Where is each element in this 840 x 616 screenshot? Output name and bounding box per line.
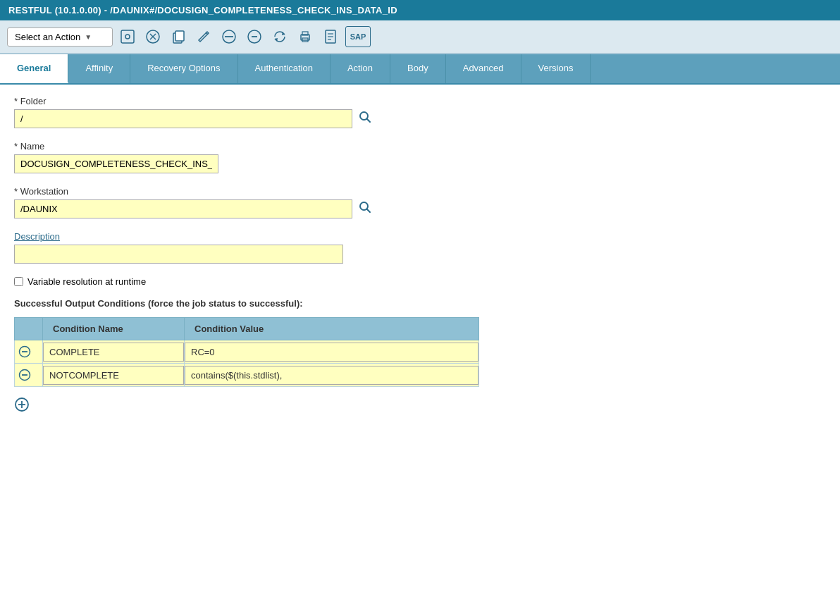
- header-title: RESTFUL (10.1.0.00) - /DAUNIX#/DOCUSIGN_…: [8, 5, 397, 16]
- tab-general[interactable]: General: [0, 54, 68, 83]
- folder-input[interactable]: [14, 109, 352, 128]
- name-field-group: * Name: [14, 141, 826, 173]
- document-icon[interactable]: [320, 26, 341, 47]
- conditions-header-row: Condition Name Condition Value: [15, 318, 479, 340]
- workstation-field-group: * Workstation: [14, 186, 826, 218]
- tab-versions[interactable]: Versions: [521, 54, 591, 83]
- description-field-group: Description: [14, 231, 826, 264]
- conditions-body: [15, 340, 479, 387]
- workstation-input[interactable]: [14, 199, 352, 218]
- table-row: [15, 364, 479, 387]
- select-action-label: Select an Action: [15, 32, 80, 42]
- variable-resolution-checkbox[interactable]: [14, 277, 23, 286]
- tab-bar: General Affinity Recovery Options Authen…: [0, 54, 840, 85]
- folder-search-icon[interactable]: [358, 110, 372, 128]
- remove-condition-button-1[interactable]: [15, 364, 35, 386]
- condition-value-input-0[interactable]: [185, 343, 478, 362]
- svg-rect-6: [175, 31, 184, 41]
- condition-value-col-header: Condition Value: [185, 318, 479, 340]
- condition-value-cell-0[interactable]: [185, 340, 479, 364]
- workstation-row: [14, 199, 826, 218]
- condition-name-cell-1[interactable]: [43, 364, 185, 387]
- sap-icon[interactable]: SAP: [345, 26, 371, 47]
- condition-value-input-1[interactable]: [185, 366, 478, 385]
- condition-name-input-1[interactable]: [43, 366, 184, 385]
- table-row: [15, 340, 479, 364]
- header-bar: RESTFUL (10.1.0.00) - /DAUNIX#/DOCUSIGN_…: [0, 0, 840, 20]
- add-condition-button[interactable]: [14, 397, 30, 417]
- main-content: * Folder * Name * Workstation: [0, 85, 840, 428]
- cancel-icon[interactable]: [142, 26, 163, 47]
- print-icon[interactable]: [295, 26, 316, 47]
- no-entry-icon[interactable]: [218, 26, 240, 47]
- tab-authentication[interactable]: Authentication: [238, 54, 331, 83]
- condition-name-col-header: Condition Name: [43, 318, 185, 340]
- workstation-label: * Workstation: [14, 186, 826, 197]
- tab-body[interactable]: Body: [390, 54, 446, 83]
- copy-icon[interactable]: [168, 26, 189, 47]
- workstation-search-icon[interactable]: [358, 200, 372, 218]
- folder-field-group: * Folder: [14, 96, 826, 128]
- svg-rect-0: [121, 30, 134, 43]
- conditions-action-col-header: [15, 318, 43, 340]
- view-icon[interactable]: [117, 26, 138, 47]
- svg-line-22: [367, 209, 371, 213]
- description-input[interactable]: [14, 245, 343, 264]
- name-label: * Name: [14, 141, 826, 152]
- remove-cell-0: [15, 340, 43, 364]
- folder-row: [14, 109, 826, 128]
- svg-line-20: [367, 119, 371, 123]
- successful-output-title: Successful Output Conditions (force the …: [14, 298, 826, 309]
- variable-resolution-row: Variable resolution at runtime: [14, 276, 826, 287]
- tab-action[interactable]: Action: [331, 54, 390, 83]
- remove-cell-1: [15, 364, 43, 387]
- condition-name-input-0[interactable]: [43, 343, 184, 362]
- remove-condition-button-0[interactable]: [15, 340, 35, 363]
- tab-advanced[interactable]: Advanced: [446, 54, 521, 83]
- variable-resolution-label: Variable resolution at runtime: [27, 276, 146, 287]
- folder-label: * Folder: [14, 96, 826, 106]
- minus-circle-icon[interactable]: [244, 26, 265, 47]
- tab-recovery-options[interactable]: Recovery Options: [130, 54, 237, 83]
- refresh-icon[interactable]: [269, 26, 290, 47]
- condition-value-cell-1[interactable]: [185, 364, 479, 387]
- svg-point-1: [125, 35, 130, 39]
- condition-name-cell-0[interactable]: [43, 340, 185, 364]
- name-input[interactable]: [14, 154, 218, 173]
- edit-icon[interactable]: [193, 26, 214, 47]
- toolbar: Select an Action ▼: [0, 20, 840, 54]
- tab-affinity[interactable]: Affinity: [68, 54, 130, 83]
- description-label[interactable]: Description: [14, 231, 826, 242]
- select-action-button[interactable]: Select an Action ▼: [7, 27, 113, 47]
- chevron-down-icon: ▼: [85, 33, 92, 41]
- conditions-table: Condition Name Condition Value: [14, 317, 479, 387]
